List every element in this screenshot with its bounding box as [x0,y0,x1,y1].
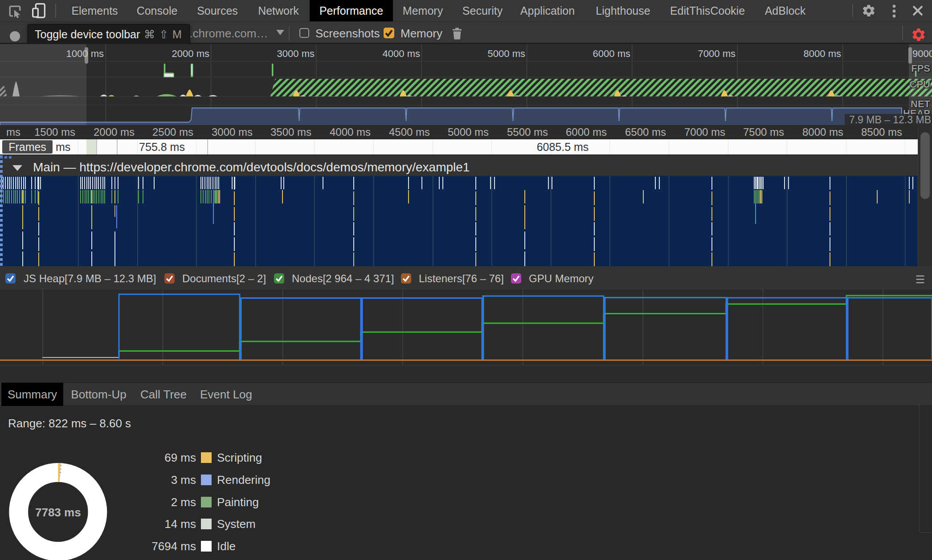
svg-text:7783 ms: 7783 ms [35,506,81,519]
